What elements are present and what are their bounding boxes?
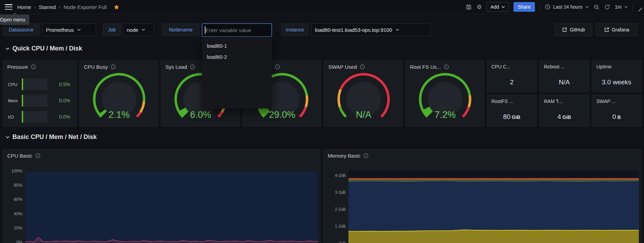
breadcrumb-item-node-exporter-full[interactable]: Node Exporter Full <box>64 4 107 10</box>
info-icon[interactable] <box>190 64 195 69</box>
panel-title: Pressure <box>7 64 28 70</box>
breadcrumb-item-starred[interactable]: Starred <box>39 4 56 10</box>
pressure-bar-track <box>22 78 47 90</box>
datasource-value: Prometheus <box>46 27 74 33</box>
pressure-row-value: 0.0% <box>47 98 70 103</box>
panel-title: Memory Basic <box>328 153 361 159</box>
datasource-variable-select[interactable]: Prometheus <box>42 24 96 36</box>
section-title: Basic CPU / Mem / Net / Disk <box>12 133 97 141</box>
section-quick-cpu-mem-disk[interactable]: Quick CPU / Mem / Disk <box>6 45 82 52</box>
panel-title: Sys Load <box>165 64 187 70</box>
gauge-value: N/A <box>337 110 390 120</box>
time-range-label: Last 24 hours <box>553 4 583 10</box>
cpu-busy-series <box>25 171 318 243</box>
info-icon[interactable] <box>35 153 40 158</box>
add-button[interactable]: Add <box>487 2 509 12</box>
info-icon[interactable] <box>444 64 449 69</box>
open-menu-tooltip: Open menu <box>0 15 29 25</box>
tooltip-text: Open menu <box>0 17 25 22</box>
dashboard-settings-gear-icon[interactable]: ⚙ <box>477 3 482 11</box>
gauge-value: 7.2% <box>419 110 471 120</box>
stat-unit: GiB <box>561 114 571 120</box>
grafana-dashboard: Home›Starred›Node Exporter Full ⚙ Add Sh… <box>0 0 644 243</box>
breadcrumb-item-home[interactable]: Home <box>17 4 31 10</box>
favorite-star-icon[interactable] <box>114 4 119 10</box>
panel-title: Uptime <box>596 64 612 69</box>
refresh-icon[interactable] <box>604 4 610 10</box>
memory-basic-panel: Memory Basic 4 GiB3 GiB2 GiB1 GiB0 B <box>323 149 641 243</box>
panel-title: Root FS Us... <box>410 64 441 70</box>
time-range-picker[interactable]: Last 24 hours <box>545 4 589 10</box>
chevron-down-icon <box>501 6 505 8</box>
panel-title: Reboot ... <box>544 64 565 69</box>
panel-title: CPU Busy <box>84 64 108 70</box>
panel-title: CPU C... <box>491 64 510 69</box>
tooltip-arrow <box>12 12 17 15</box>
grafana-link-button[interactable]: Grafana <box>596 24 637 36</box>
section-title: Quick CPU / Mem / Disk <box>12 45 82 52</box>
y-tick-label: 4 GiB <box>328 173 346 178</box>
stat-panel-ram-t-: RAM T...4 GiB <box>539 95 589 127</box>
job-variable-select[interactable]: node <box>123 24 154 36</box>
pressure-row-value: 0.0% <box>47 114 70 120</box>
dropdown-option-load80-1[interactable]: load80-1 <box>202 40 272 51</box>
instance-variable-label: Instance <box>281 24 308 36</box>
zoom-out-time-icon[interactable] <box>594 4 599 10</box>
instance-value: load80-test1.load53-ops.top:9100 <box>315 27 392 33</box>
y-tick-label: 60% <box>4 197 22 202</box>
y-tick-label: 80% <box>4 183 22 188</box>
panel-title: RootFS ... <box>491 99 513 104</box>
stat-value: 2 <box>487 78 536 86</box>
breadcrumb-separator: › <box>34 4 36 10</box>
stat-panel-swap-: SWAP ...0 B <box>592 95 641 127</box>
info-icon[interactable] <box>360 64 365 69</box>
stat-value: 0 B <box>592 113 641 121</box>
pressure-row-mem: Mem0.0% <box>8 95 74 106</box>
save-dashboard-icon[interactable] <box>466 4 472 10</box>
info-icon[interactable] <box>110 64 116 69</box>
gauge-panel-cpu-busy: CPU Busy2.1% <box>79 60 158 127</box>
chevron-down-icon <box>585 6 589 8</box>
chevron-down-icon <box>6 136 10 139</box>
y-tick-label: 100% <box>4 169 22 174</box>
info-icon[interactable] <box>363 153 368 158</box>
pressure-bar-track <box>22 95 47 106</box>
cpu-chart-plot <box>25 171 318 243</box>
y-tick-label: 1 GiB <box>328 224 346 229</box>
grafana-link-label: Grafana <box>612 27 629 32</box>
chevron-down-icon <box>624 6 628 8</box>
section-basic-cpu-mem-net-disk[interactable]: Basic CPU / Mem / Net / Disk <box>6 133 97 141</box>
gauge-4: N/A <box>337 73 390 125</box>
breadcrumb-separator: › <box>59 4 60 10</box>
gauge-value: 6.0% <box>174 110 227 120</box>
y-tick-label: 40% <box>4 212 22 216</box>
stat-value: 4 GiB <box>540 113 589 121</box>
menu-icon[interactable] <box>5 4 12 10</box>
clipped-edge-icon[interactable] <box>638 7 643 13</box>
cpu-basic-panel: CPU Basic 100%80%60%40%20%0% <box>3 149 320 243</box>
stat-value: 3.0 weeks <box>592 78 641 86</box>
nodename-variable-input[interactable] <box>202 24 272 37</box>
gauge-5: 7.2% <box>419 73 471 125</box>
job-value: node <box>127 27 138 33</box>
info-icon[interactable] <box>275 64 280 69</box>
chevron-down-icon <box>6 47 10 50</box>
instance-variable-select[interactable]: load80-test1.load53-ops.top:9100 <box>311 24 431 36</box>
text-cursor <box>205 26 205 34</box>
chevron-down-icon <box>142 29 145 31</box>
share-button[interactable]: Share <box>513 2 535 12</box>
refresh-interval-picker[interactable]: 1m <box>615 4 628 10</box>
github-link-button[interactable]: GitHub <box>555 24 592 36</box>
refresh-interval-label: 1m <box>615 4 622 10</box>
breadcrumb: Home›Starred›Node Exporter Full <box>17 4 107 10</box>
pressure-row-label: CPU <box>8 82 22 87</box>
memory-series <box>348 171 639 243</box>
dropdown-option-load80-2[interactable]: load80-2 <box>202 51 272 62</box>
info-icon[interactable] <box>31 64 36 69</box>
panel-title: CPU Basic <box>7 153 32 159</box>
divider <box>540 3 540 11</box>
stat-panel-cpu-c-: CPU C...2 <box>487 60 537 92</box>
pressure-bar-fill <box>22 95 23 106</box>
panel-title: RAM T... <box>544 99 562 104</box>
pressure-row-label: Mem <box>8 98 22 103</box>
